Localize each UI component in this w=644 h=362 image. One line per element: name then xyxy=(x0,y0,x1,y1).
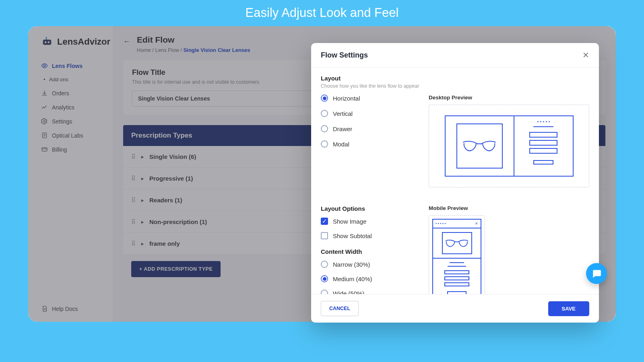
glasses-icon xyxy=(444,238,470,249)
width-radio-group: Narrow (30%) Medium (40%) Wide (50%) xyxy=(321,261,417,294)
opt-show-subtotal[interactable]: Show Subtotal xyxy=(321,232,417,239)
save-button[interactable]: SAVE xyxy=(548,301,589,316)
chat-fab[interactable] xyxy=(586,263,607,284)
modal-body: Layout Choose how you like the lens flow… xyxy=(311,68,599,294)
layout-opt-horizontal[interactable]: Horizontal xyxy=(321,95,417,102)
layout-opt-modal[interactable]: Modal xyxy=(321,140,417,148)
close-icon[interactable]: ✕ xyxy=(582,50,589,60)
radio-off-icon xyxy=(321,110,328,117)
radio-off-icon xyxy=(321,290,328,294)
mobile-preview-label: Mobile Preview xyxy=(429,205,589,211)
layout-opt-vertical[interactable]: Vertical xyxy=(321,110,417,117)
radio-on-icon xyxy=(321,275,328,282)
cancel-button[interactable]: CANCEL xyxy=(321,301,359,316)
radio-off-icon xyxy=(321,261,328,268)
radio-off-icon xyxy=(321,125,328,132)
mobile-preview: • • • • •✕ xyxy=(429,215,485,294)
hero-title: Easily Adjust Look and Feel xyxy=(0,0,644,24)
layout-radio-group: Horizontal Vertical Drawer Modal xyxy=(321,95,417,148)
layout-section-title: Layout xyxy=(321,75,589,82)
content-width-title: Content Width xyxy=(321,248,417,255)
layout-opt-drawer[interactable]: Drawer xyxy=(321,125,417,132)
modal-header: Flow Settings ✕ xyxy=(311,43,599,68)
radio-off-icon xyxy=(321,140,328,148)
glasses-icon xyxy=(461,138,498,154)
width-opt-wide[interactable]: Wide (50%) xyxy=(321,290,417,294)
desktop-preview xyxy=(429,105,589,187)
layout-section-sub: Choose how you like the lens flow to app… xyxy=(321,83,589,89)
opt-show-image[interactable]: ✓Show Image xyxy=(321,218,417,225)
flow-settings-modal: Flow Settings ✕ Layout Choose how you li… xyxy=(311,43,599,323)
modal-footer: CANCEL SAVE xyxy=(311,294,599,323)
checkbox-on-icon: ✓ xyxy=(321,218,328,225)
checkbox-off-icon xyxy=(321,232,328,239)
desktop-preview-label: Desktop Preview xyxy=(429,95,589,101)
layout-options-title: Layout Options xyxy=(321,205,417,212)
modal-title: Flow Settings xyxy=(321,51,368,60)
radio-on-icon xyxy=(321,95,328,102)
width-opt-narrow[interactable]: Narrow (30%) xyxy=(321,261,417,268)
chat-icon xyxy=(591,268,602,279)
width-opt-medium[interactable]: Medium (40%) xyxy=(321,275,417,282)
